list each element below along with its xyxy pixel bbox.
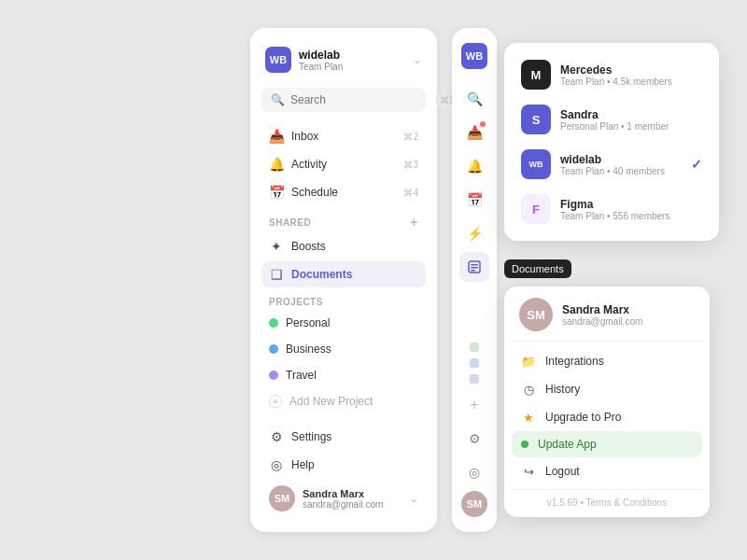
menu-logout[interactable]: ↪ Logout	[512, 457, 702, 485]
sidebar-footer: ⚙ Settings ◎ Help SM Sandra Marx sandra@…	[261, 424, 426, 517]
project-travel-label: Travel	[286, 369, 317, 382]
add-project-icon: +	[269, 395, 282, 408]
icon-inbox[interactable]: 📥	[459, 118, 489, 147]
menu-integrations[interactable]: 📁 Integrations	[512, 347, 702, 375]
upgrade-icon: ★	[521, 410, 536, 425]
icon-sidebar-avatar[interactable]: SM	[461, 491, 487, 517]
help-label: Help	[291, 458, 315, 471]
nav-settings[interactable]: ⚙ Settings	[261, 424, 426, 450]
user-menu-header: SM Sandra Marx sandra@gmail.com	[512, 298, 702, 342]
workspace-mercedes[interactable]: M Mercedes Team Plan • 4.5k members	[512, 52, 712, 97]
project-personal-label: Personal	[286, 316, 330, 329]
color-swatch-1	[470, 343, 479, 352]
user-menu: SM Sandra Marx sandra@gmail.com 📁 Integr…	[504, 287, 710, 517]
nav-boosts[interactable]: ✦ Boosts	[261, 233, 426, 259]
project-personal[interactable]: Personal	[261, 311, 426, 335]
update-dot	[521, 441, 529, 448]
workspace-name-sandra: Sandra	[560, 108, 702, 121]
user-menu-email: sandra@gmail.com	[562, 316, 642, 327]
add-shared-button[interactable]: +	[410, 215, 418, 230]
icon-layers[interactable]	[459, 252, 489, 282]
settings-label: Settings	[291, 430, 331, 443]
icon-bell[interactable]: 🔔	[459, 151, 489, 181]
color-swatch-3	[470, 374, 479, 384]
icon-settings[interactable]: ⚙	[459, 424, 489, 454]
right-panel: WB 🔍 📥 🔔 📅 ⚡ + ⚙ ◎ SM	[452, 28, 497, 532]
nav-documents[interactable]: ❑ Documents	[261, 261, 426, 287]
menu-update-label: Update App	[538, 438, 597, 451]
workspace-icon-mercedes: M	[521, 60, 551, 90]
icon-add[interactable]: +	[459, 390, 489, 420]
menu-logout-label: Logout	[545, 465, 580, 478]
documents-icon: ❑	[269, 267, 284, 282]
project-business[interactable]: Business	[261, 337, 426, 361]
org-name: widelab	[299, 49, 343, 62]
menu-integrations-label: Integrations	[545, 355, 604, 368]
layers-svg	[467, 259, 482, 274]
sidebar-user[interactable]: SM Sandra Marx sandra@gmail.com ⌄	[261, 480, 426, 517]
menu-history-label: History	[545, 383, 580, 396]
workspace-figma[interactable]: F Figma Team Plan • 556 members	[512, 187, 712, 231]
notification-dot	[480, 121, 486, 127]
project-dot-business	[269, 344, 278, 354]
inbox-icon: 📥	[269, 129, 284, 144]
nav-help[interactable]: ◎ Help	[261, 452, 426, 478]
schedule-icon: 📅	[269, 185, 284, 200]
nav-schedule[interactable]: 📅 Schedule ⌘4	[261, 179, 426, 205]
schedule-shortcut: ⌘4	[403, 188, 418, 198]
icon-sidebar-logo: WB	[461, 43, 487, 69]
svg-rect-2	[471, 267, 478, 269]
search-bar[interactable]: 🔍 ⌘1	[261, 88, 426, 112]
settings-icon: ⚙	[269, 429, 284, 444]
add-project-button[interactable]: + Add New Project	[261, 389, 426, 413]
user-email: sandra@gmail.com	[303, 499, 402, 510]
icon-calendar[interactable]: 📅	[459, 185, 489, 215]
workspace-icon-sandra: S	[521, 105, 551, 134]
activity-icon: 🔔	[269, 157, 284, 172]
nav-activity-label: Activity	[291, 158, 327, 171]
user-menu-name: Sandra Marx	[562, 303, 642, 316]
workspace-sandra[interactable]: S Sandra Personal Plan • 1 member	[512, 97, 712, 142]
nav-inbox[interactable]: 📥 Inbox ⌘2	[261, 123, 426, 149]
svg-rect-3	[471, 270, 475, 272]
icon-sidebar-bottom: + ⚙ ◎ SM	[459, 343, 489, 517]
workspace-widelab[interactable]: WB widelab Team Plan • 40 members ✓	[512, 142, 712, 187]
left-sidebar: WB widelab Team Plan ⌄ 🔍 ⌘1 📥 Inbox ⌘2 🔔…	[250, 28, 437, 532]
nav-activity[interactable]: 🔔 Activity ⌘3	[261, 151, 426, 177]
nav-boosts-label: Boosts	[291, 240, 326, 253]
add-project-label: Add New Project	[289, 395, 373, 408]
project-business-label: Business	[286, 343, 331, 356]
icon-search[interactable]: 🔍	[459, 84, 489, 114]
nav-documents-label: Documents	[291, 268, 352, 281]
sidebar-header: WB widelab Team Plan ⌄	[261, 43, 426, 77]
user-chevron-icon: ⌄	[409, 492, 418, 505]
menu-update-app[interactable]: Update App	[512, 431, 702, 457]
workspace-meta-sandra: Personal Plan • 1 member	[560, 121, 702, 132]
icon-settings2[interactable]: ◎	[459, 457, 489, 487]
org-logo: WB	[265, 47, 291, 73]
org-plan: Team Plan	[299, 62, 343, 72]
menu-upgrade-label: Upgrade to Pro	[545, 411, 621, 424]
menu-history[interactable]: ◷ History	[512, 375, 702, 403]
svg-rect-1	[471, 264, 478, 266]
avatar: SM	[269, 485, 295, 511]
project-travel[interactable]: Travel	[261, 363, 426, 387]
menu-upgrade[interactable]: ★ Upgrade to Pro	[512, 403, 702, 431]
search-icon: 🔍	[271, 93, 285, 106]
menu-footer: v1.5.69 • Terms & Conditions	[512, 489, 702, 510]
chevron-down-icon: ⌄	[413, 53, 422, 66]
logout-icon: ↪	[521, 464, 536, 479]
workspace-name-figma: Figma	[560, 198, 702, 211]
inbox-shortcut: ⌘2	[403, 132, 418, 142]
history-icon: ◷	[521, 382, 536, 397]
search-input[interactable]	[290, 93, 430, 106]
workspace-name-mercedes: Mercedes	[560, 63, 702, 77]
workspace-name-widelab: widelab	[560, 153, 682, 166]
shared-section-label: Shared +	[261, 207, 426, 233]
icon-sidebar: WB 🔍 📥 🔔 📅 ⚡ + ⚙ ◎ SM	[452, 28, 497, 532]
org-info[interactable]: WB widelab Team Plan	[265, 47, 343, 73]
icon-lightning[interactable]: ⚡	[459, 218, 489, 248]
user-name: Sandra Marx	[303, 488, 402, 499]
help-icon: ◎	[269, 457, 284, 472]
project-dot-personal	[269, 318, 278, 328]
